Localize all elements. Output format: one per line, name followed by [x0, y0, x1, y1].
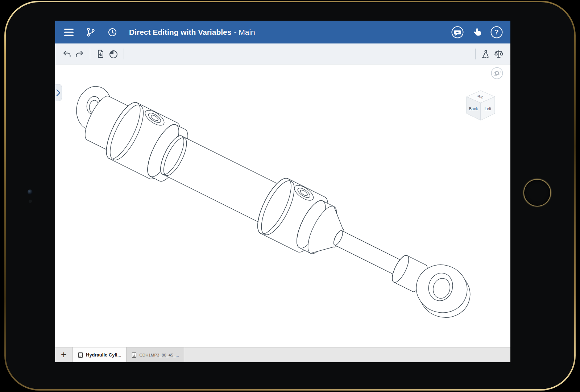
- view-cube[interactable]: Top Back Left: [460, 86, 501, 128]
- orbit-icon[interactable]: [489, 66, 505, 82]
- app-screen: Direct Editing with Variables - Main: [55, 21, 510, 362]
- workspace-name: - Main: [234, 28, 255, 37]
- imported-file-icon: [131, 352, 137, 358]
- document-title: Direct Editing with Variables: [129, 28, 231, 37]
- tab-imported-file[interactable]: CDH1MP3_80_45_...: [127, 347, 184, 362]
- compare-icon[interactable]: [492, 47, 505, 61]
- part-studio-icon: [78, 352, 83, 358]
- ambient-sensor: [29, 200, 32, 203]
- viewcube-label-left: Left: [485, 107, 491, 111]
- export-icon[interactable]: [94, 47, 107, 61]
- chevron-right-icon: [55, 88, 62, 97]
- toolbar-right-group: [472, 47, 505, 61]
- front-camera: [28, 189, 33, 195]
- viewcube-label-back: Back: [469, 107, 478, 111]
- usage-icon[interactable]: [107, 47, 120, 61]
- toolbar-separator: [90, 49, 90, 59]
- help-icon[interactable]: ?: [490, 26, 503, 39]
- tablet-frame: Direct Editing with Variables - Main: [4, 1, 576, 391]
- toolbar-separator: [475, 49, 476, 59]
- panel-expand-handle[interactable]: [55, 84, 62, 101]
- model-viewport[interactable]: Top Back Left: [55, 64, 510, 347]
- element-tabbar: + Hydraulic Cyli...: [55, 347, 510, 362]
- versions-icon[interactable]: [84, 26, 97, 39]
- hydraulic-cylinder-drawing: [55, 64, 510, 347]
- tab-part-studio[interactable]: Hydraulic Cyli...: [72, 347, 127, 362]
- toolbar-separator: [124, 49, 124, 59]
- tab-label: Hydraulic Cyli...: [86, 352, 121, 358]
- measure-icon[interactable]: [479, 47, 492, 61]
- document-toolbar: [55, 43, 510, 64]
- home-button[interactable]: [523, 179, 551, 207]
- add-tab-button[interactable]: +: [55, 347, 72, 362]
- tab-label: CDH1MP3_80_45_...: [140, 353, 179, 357]
- comments-icon[interactable]: [451, 26, 464, 39]
- undo-icon[interactable]: [60, 47, 73, 61]
- history-icon[interactable]: [106, 26, 119, 39]
- svg-text:?: ?: [495, 29, 499, 36]
- header-right-group: ?: [451, 26, 503, 39]
- page-title: Direct Editing with Variables - Main: [129, 28, 255, 37]
- touch-mode-icon[interactable]: [471, 26, 484, 39]
- redo-icon[interactable]: [73, 47, 86, 61]
- app-header: Direct Editing with Variables - Main: [55, 21, 510, 43]
- menu-icon[interactable]: [62, 26, 75, 39]
